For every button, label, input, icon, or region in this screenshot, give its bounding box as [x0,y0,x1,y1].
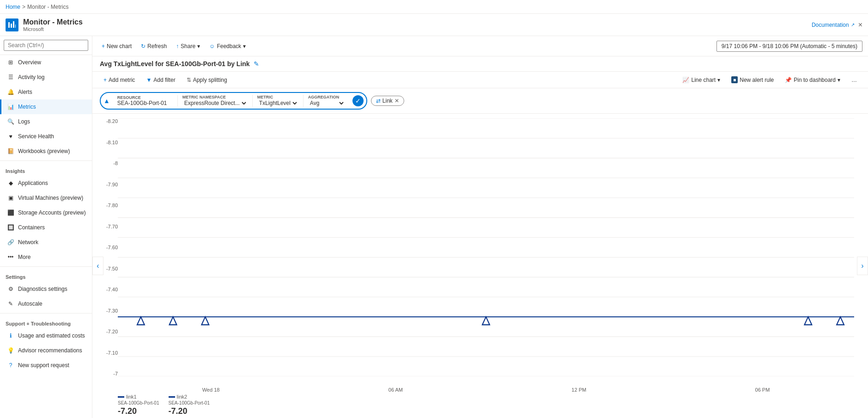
documentation-link[interactable]: Documentation ↗ [812,22,855,28]
legend-color-link1 [118,396,124,398]
breadcrumb-home[interactable]: Home [6,4,20,10]
sidebar-item-logs[interactable]: 🔍 Logs [0,114,92,129]
sidebar-item-service-health[interactable]: ♥ Service Health [0,129,92,144]
svg-marker-23 [837,317,844,325]
sidebar-item-network[interactable]: 🔗 Network [0,235,92,250]
svg-rect-1 [11,24,12,28]
grid-icon: ⊞ [7,59,14,66]
y-label-0: -8.20 [106,118,118,124]
sidebar-item-workbooks[interactable]: 📔 Workbooks (preview) [0,144,92,159]
legend-label-link2-name: link2 [177,394,188,400]
breadcrumb: Home > Monitor - Metrics [6,4,68,10]
network-icon: 🔗 [7,239,14,246]
y-label-9: -7.30 [106,308,118,314]
main-layout: ⊞ Overview ☰ Activity log 🔔 Alerts 📊 Met… [0,36,868,418]
metric-resource-field[interactable]: RESOURCE [113,95,178,106]
content-area: + New chart ↻ Refresh ↑ Share ▾ ☺ Feedba… [92,36,868,418]
resource-input[interactable] [117,100,173,106]
add-filter-button[interactable]: ▼ Add filter [142,75,179,85]
toolbar: + New chart ↻ Refresh ↑ Share ▾ ☺ Feedba… [92,36,868,56]
line-chart-button[interactable]: 📈 Line chart ▾ [679,75,724,85]
settings-section-label: Settings [0,269,92,282]
y-label-2: -8 [113,160,118,166]
metric-metric-field[interactable]: METRIC TxLightLevel [253,95,303,107]
support-section-label: Support + Troubleshooting [0,315,92,328]
toolbar-right: 9/17 10:06 PM - 9/18 10:06 PM (Automatic… [716,41,862,52]
sidebar-item-advisor[interactable]: 💡 Advisor recommendations [0,343,92,358]
refresh-icon: ↻ [141,43,146,49]
y-label-11: -7.10 [106,350,118,356]
sidebar-item-storage[interactable]: ⬛ Storage Accounts (preview) [0,205,92,220]
sidebar-item-metrics[interactable]: 📊 Metrics [0,99,92,114]
legend-label-link1-name: link1 [126,394,137,400]
sidebar-item-containers[interactable]: 🔲 Containers [0,220,92,235]
y-label-5: -7.70 [106,224,118,229]
metric-confirm-button[interactable]: ✓ [352,95,364,106]
remove-filter-button[interactable]: ✕ [395,98,399,104]
sidebar-item-more[interactable]: ••• More [0,250,92,264]
more-options-button[interactable]: … [848,75,861,85]
split-icon: ⇅ [187,77,191,83]
filter-icon: ▼ [146,77,152,83]
breadcrumb-sep1: > [22,4,25,10]
chart-legend: link1 SEA-100Gb-Port-01 -7.20 link2 SEA-… [118,392,854,418]
sidebar-search-container [0,36,92,55]
metric-select[interactable]: TxLightLevel [257,99,298,107]
monitor-icon [7,20,17,30]
app-icon [6,18,18,31]
bell-icon: 🔔 [7,88,14,96]
y-label-12: -7 [113,371,118,376]
new-chart-button[interactable]: + New chart [98,41,135,51]
chart-nav-left[interactable]: ‹ [92,257,103,275]
app-title-block: Monitor - Metrics Microsoft [23,18,83,32]
y-label-4: -7.80 [106,203,118,208]
vm-icon: ▣ [7,194,14,202]
y-label-7: -7.50 [106,266,118,271]
share-button[interactable]: ↑ Share ▾ [172,41,204,51]
feedback-icon: ☺ [209,43,215,49]
feedback-chevron-icon: ▾ [243,43,246,49]
refresh-button[interactable]: ↻ Refresh [137,41,170,51]
sidebar-item-applications[interactable]: ◆ Applications [0,176,92,191]
y-label-6: -7.60 [106,245,118,250]
sidebar-item-usage-costs[interactable]: ℹ Usage and estimated costs [0,328,92,343]
metric-pill: ▲ RESOURCE METRIC NAMESPACE ExpressRoute… [100,92,367,110]
lightbulb-icon: 💡 [7,347,14,354]
feedback-button[interactable]: ☺ Feedback ▾ [206,41,249,51]
sidebar-item-diagnostics[interactable]: ⚙ Diagnostics settings [0,282,92,296]
new-alert-rule-button[interactable]: ■ New alert rule [728,74,777,85]
y-label-3: -7.90 [106,182,118,187]
search-input[interactable] [4,40,88,51]
svg-marker-21 [482,317,490,325]
app-header: Monitor - Metrics Microsoft Documentatio… [0,14,868,36]
sidebar: ⊞ Overview ☰ Activity log 🔔 Alerts 📊 Met… [0,36,92,418]
sidebar-item-vms[interactable]: ▣ Virtual Machines (preview) [0,191,92,205]
chart-header: Avg TxLightLevel for SEA-100Gb-Port-01 b… [92,56,868,72]
divider-support [0,313,92,314]
y-label-10: -7.20 [106,329,118,334]
add-metric-button[interactable]: + Add metric [100,75,139,85]
aggregation-select[interactable]: Avg [308,99,345,107]
sidebar-item-support[interactable]: ? New support request [0,358,92,373]
ellipsis-icon: ••• [7,253,14,261]
app-header-right: Documentation ↗ × [812,21,862,29]
sidebar-item-autoscale[interactable]: ✎ Autoscale [0,296,92,311]
link-icon: ⇄ [376,98,381,104]
sidebar-item-alerts[interactable]: 🔔 Alerts [0,85,92,99]
apply-splitting-button[interactable]: ⇅ Apply splitting [183,75,231,85]
chart-nav-right[interactable]: › [857,257,868,275]
insights-section-label: Insights [0,163,92,176]
time-range-button[interactable]: 9/17 10:06 PM - 9/18 10:06 PM (Automatic… [716,41,862,52]
close-button[interactable]: × [858,21,862,29]
namespace-select[interactable]: ExpressRoute Direct... [182,99,248,107]
pin-to-dashboard-button[interactable]: 📌 Pin to dashboard ▾ [781,75,844,85]
metric-aggregation-field[interactable]: AGGREGATION Avg [303,95,350,107]
list-icon: ☰ [7,74,14,81]
edit-title-icon[interactable]: ✎ [254,60,259,68]
diag-icon: ⚙ [7,285,14,293]
y-axis: -8.20 -8.10 -8 -7.90 -7.80 -7.70 -7.60 -… [95,118,118,376]
sidebar-item-activity-log[interactable]: ☰ Activity log [0,70,92,85]
metric-namespace-field[interactable]: METRIC NAMESPACE ExpressRoute Direct... [178,95,253,107]
sidebar-item-overview[interactable]: ⊞ Overview [0,55,92,70]
link-filter-tag[interactable]: ⇄ Link ✕ [371,96,404,106]
